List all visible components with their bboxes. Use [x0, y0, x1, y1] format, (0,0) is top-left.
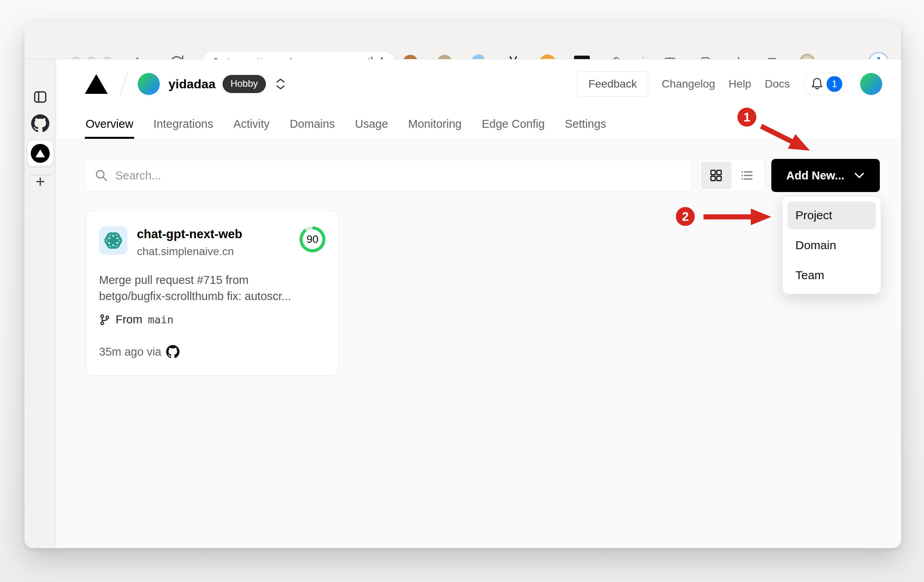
tab-domains[interactable]: Domains [289, 115, 335, 139]
toggle-vertical-tabs-button[interactable] [24, 89, 56, 105]
plan-badge: Hobby [223, 75, 266, 93]
add-new-label: Add New... [786, 169, 844, 182]
team-avatar [138, 73, 160, 95]
tab-vercel-active[interactable] [28, 141, 53, 166]
grid-view-button[interactable] [701, 162, 731, 189]
lighthouse-score-ring: 90 [299, 226, 325, 252]
vercel-logo[interactable] [85, 74, 108, 94]
vertical-tabs-sidebar: + [24, 59, 56, 548]
grid-view-icon [709, 169, 723, 182]
branch-name: main [148, 313, 174, 326]
plus-icon: + [36, 173, 45, 190]
vercel-favicon [31, 144, 50, 163]
branch-row: From main [99, 313, 325, 326]
tab-edge-config[interactable]: Edge Config [481, 115, 546, 139]
tab-integrations[interactable]: Integrations [153, 115, 214, 139]
list-view-button[interactable] [731, 162, 762, 189]
dropdown-item-project[interactable]: Project [787, 201, 876, 229]
deployment-meta: 35m ago via [99, 345, 325, 358]
search-input[interactable] [115, 169, 682, 182]
user-avatar[interactable] [860, 73, 882, 95]
git-branch-icon [99, 314, 110, 326]
feedback-button[interactable]: Feedback [577, 71, 648, 97]
vercel-page: yidadaa Hobby Feedback Changelog Help Do… [56, 59, 901, 548]
search-box [85, 160, 692, 191]
team-name: yidadaa [168, 77, 215, 91]
bell-icon [810, 76, 824, 91]
lighthouse-score-value: 90 [303, 229, 322, 249]
site-header: yidadaa Hobby Feedback Changelog Help Do… [56, 59, 901, 139]
tab-activity[interactable]: Activity [232, 115, 270, 139]
tab-usage[interactable]: Usage [354, 115, 389, 139]
browser-window: https://vercel.c... A + 2 K M↓ [24, 22, 901, 548]
changelog-link[interactable]: Changelog [662, 78, 715, 90]
openai-logo-icon [101, 229, 125, 252]
project-favicon [99, 226, 127, 255]
notification-count-badge: 1 [827, 76, 842, 92]
sidebar-panel-icon [32, 89, 48, 105]
chevron-down-icon [854, 172, 865, 179]
notifications-button[interactable]: 1 [803, 73, 847, 95]
list-view-icon [740, 169, 754, 182]
dashboard-tabs: Overview Integrations Activity Domains U… [85, 115, 885, 139]
browser-titlebar: https://vercel.c... A + 2 K M↓ [24, 22, 901, 59]
github-icon [166, 345, 180, 358]
tab-monitoring[interactable]: Monitoring [408, 115, 462, 139]
project-name[interactable]: chat-gpt-next-web [137, 227, 242, 241]
tab-settings[interactable]: Settings [564, 115, 607, 139]
search-icon [95, 169, 108, 182]
overview-content: Add New... chat-gpt-next-web chat.simple… [56, 139, 901, 548]
chevron-up-icon [275, 78, 286, 83]
chevron-down-icon [275, 85, 286, 90]
docs-link[interactable]: Docs [765, 78, 790, 90]
latest-commit-message: Merge pull request #715 from betgo/bugfi… [99, 272, 314, 304]
project-card[interactable]: chat-gpt-next-web chat.simplenaive.cn 90… [86, 210, 339, 376]
dropdown-item-team[interactable]: Team [787, 261, 876, 289]
tab-overview[interactable]: Overview [85, 115, 134, 139]
tab-github[interactable] [24, 114, 56, 132]
team-switcher-button[interactable] [275, 78, 286, 90]
branch-prefix: From [116, 313, 142, 326]
dropdown-item-domain[interactable]: Domain [787, 231, 876, 259]
github-icon [31, 114, 49, 132]
breadcrumb-slash [120, 73, 128, 95]
add-new-button[interactable]: Add New... [771, 159, 880, 192]
add-new-dropdown: Project Domain Team [782, 196, 881, 294]
new-tab-button[interactable]: + [24, 173, 56, 190]
deployed-time: 35m ago via [99, 345, 161, 358]
help-link[interactable]: Help [729, 78, 752, 90]
view-toggle [698, 159, 765, 192]
project-domain[interactable]: chat.simplenaive.cn [137, 245, 242, 258]
